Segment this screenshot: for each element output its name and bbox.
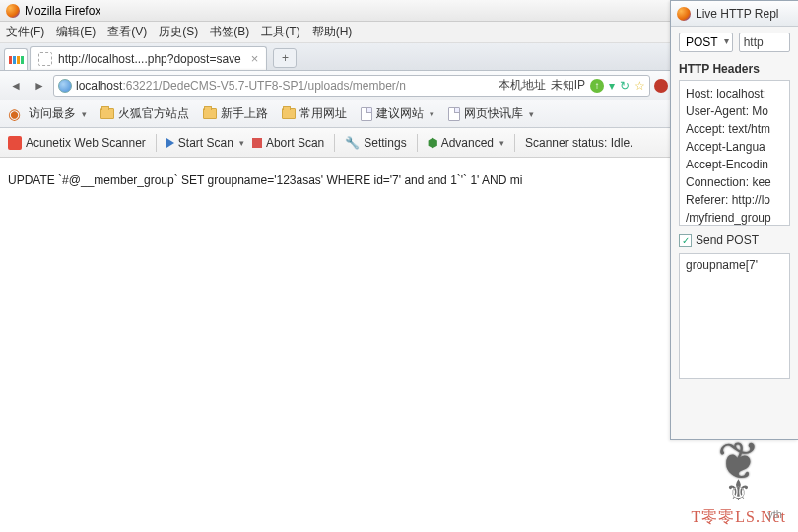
post-body-text: groupname[7' xyxy=(686,258,758,272)
active-tab[interactable]: http://localhost....php?dopost=save × xyxy=(30,46,267,70)
browser-window: Mozilla Firefox 文件(F) 编辑(E) 查看(V) 历史(S) … xyxy=(0,0,692,532)
firefox-icon xyxy=(677,7,691,21)
header-line: User-Agent: Mo xyxy=(686,102,783,120)
tab-groups-button[interactable] xyxy=(4,48,28,70)
back-button[interactable]: ◄ xyxy=(6,76,26,96)
send-post-label: Send POST xyxy=(696,233,759,247)
tabbar: http://localhost....php?dopost=save × + xyxy=(0,43,692,71)
navbar: ◄ ► localhost:63221/DedeCMS-V5.7-UTF8-SP… xyxy=(0,71,692,100)
header-line: Host: localhost: xyxy=(686,85,783,102)
headers-box[interactable]: Host: localhost: User-Agent: Mo Accept: … xyxy=(679,80,790,226)
live-http-replay-window: Live HTTP Repl POST http HTTP Headers Ho… xyxy=(670,0,798,440)
menu-file[interactable]: 文件(F) xyxy=(6,24,44,40)
request-line: POST http xyxy=(671,27,798,58)
side-title-text: Live HTTP Repl xyxy=(696,7,778,21)
separator xyxy=(514,134,515,152)
tab-label: http://localhost....php?dopost=save xyxy=(58,52,241,66)
header-line: Accept: text/htm xyxy=(686,120,783,138)
bookmark-common-urls[interactable]: 常用网址 xyxy=(282,105,347,122)
bookmark-web-slices[interactable]: 网页快讯库▾ xyxy=(448,105,534,122)
bookmark-firefox-official[interactable]: 火狐官方站点 xyxy=(100,105,189,122)
separator xyxy=(156,134,157,152)
separator xyxy=(417,134,418,152)
header-line: Accept-Langua xyxy=(686,138,783,156)
side-titlebar: Live HTTP Repl xyxy=(671,1,798,27)
scanner-status: Scanner status: Idle. xyxy=(525,136,632,150)
advanced-button[interactable]: ⬢Advanced▾ xyxy=(428,136,504,150)
forward-button[interactable]: ► xyxy=(30,76,49,96)
abort-scan-button[interactable]: Abort Scan xyxy=(252,136,324,150)
url-badges: 本机地址 未知IP ↑ ▾ ↻ ☆ xyxy=(499,77,645,94)
send-post-row: ✓ Send POST xyxy=(671,228,798,253)
bookmark-suggested-sites[interactable]: 建议网站▾ xyxy=(361,105,434,122)
settings-button[interactable]: 🔧Settings xyxy=(345,136,406,150)
firefox-icon xyxy=(6,4,20,18)
page-loading-icon xyxy=(38,52,52,66)
menu-tools[interactable]: 工具(T) xyxy=(261,24,299,40)
page-icon xyxy=(361,107,372,121)
folder-icon xyxy=(203,108,217,119)
sql-output-text: UPDATE `#@__member_group` SET groupname=… xyxy=(8,173,522,187)
folder-icon xyxy=(100,108,114,119)
wrench-icon: 🔧 xyxy=(345,136,360,150)
folder-icon xyxy=(282,108,296,119)
menu-bookmarks[interactable]: 书签(B) xyxy=(210,24,249,40)
acunetix-icon xyxy=(8,136,22,150)
watermark-art-icon: ❦ xyxy=(691,443,786,479)
post-body-textarea[interactable]: groupname[7' xyxy=(679,253,790,379)
url-text: localhost:63221/DedeCMS-V5.7-UTF8-SP1/up… xyxy=(76,79,406,93)
watermark-small-text: yth xyxy=(767,508,782,520)
http-method-select[interactable]: POST xyxy=(679,33,733,52)
menu-edit[interactable]: 编辑(E) xyxy=(56,24,96,40)
bookmark-getting-started[interactable]: 新手上路 xyxy=(203,105,268,122)
send-post-checkbox[interactable]: ✓ xyxy=(679,234,692,247)
bookmark-star-icon[interactable]: ☆ xyxy=(634,79,645,93)
play-icon xyxy=(166,138,174,148)
page-content: UPDATE `#@__member_group` SET groupname=… xyxy=(0,158,692,201)
separator xyxy=(334,134,335,152)
unknown-ip-label: 未知IP xyxy=(551,77,585,94)
site-identity-icon[interactable] xyxy=(58,79,72,93)
app-title: Mozilla Firefox xyxy=(25,4,100,18)
page-icon xyxy=(448,107,460,121)
bookmarks-toolbar: ◉ 访问最多▾ 火狐官方站点 新手上路 常用网址 建议网站▾ 网页快讯库▾ xyxy=(0,100,692,128)
new-tab-button[interactable]: + xyxy=(273,48,297,68)
header-line: /myfriend_group xyxy=(686,209,783,226)
security-ok-icon[interactable]: ↑ xyxy=(590,79,604,93)
header-line: Accept-Encodin xyxy=(686,156,783,173)
shield-icon: ⬢ xyxy=(428,136,437,150)
stop-icon xyxy=(252,138,262,148)
bookmark-most-visited[interactable]: 访问最多▾ xyxy=(29,105,87,122)
url-bar[interactable]: localhost:63221/DedeCMS-V5.7-UTF8-SP1/up… xyxy=(53,75,650,97)
watermark: ❦ yth ⚜ T零零LS.Net xyxy=(691,443,786,528)
menubar: 文件(F) 编辑(E) 查看(V) 历史(S) 书签(B) 工具(T) 帮助(H… xyxy=(0,22,692,43)
http-headers-title: HTTP Headers xyxy=(671,58,798,78)
most-visited-icon: ◉ xyxy=(8,105,21,123)
acunetix-toolbar: Acunetix Web Scanner Start Scan▾ Abort S… xyxy=(0,128,692,158)
acunetix-label[interactable]: Acunetix Web Scanner xyxy=(8,136,146,150)
adblock-icon[interactable] xyxy=(654,79,668,93)
watermark-text: T零零LS.Net xyxy=(691,507,786,528)
request-url-input[interactable]: http xyxy=(739,33,790,52)
tab-close-icon[interactable]: × xyxy=(251,51,259,66)
menu-view[interactable]: 查看(V) xyxy=(107,24,147,40)
tab-group-icon xyxy=(9,56,24,64)
watermark-art-icon: ⚜ xyxy=(691,473,786,507)
dropdown-icon[interactable]: ▾ xyxy=(609,79,615,93)
header-line: Referer: http://lo xyxy=(686,191,783,209)
titlebar: Mozilla Firefox xyxy=(0,0,692,22)
header-line: Connection: kee xyxy=(686,173,783,191)
menu-history[interactable]: 历史(S) xyxy=(159,24,198,40)
menu-help[interactable]: 帮助(H) xyxy=(312,24,353,40)
reload-icon[interactable]: ↻ xyxy=(620,79,630,93)
local-address-label: 本机地址 xyxy=(499,77,546,94)
start-scan-button[interactable]: Start Scan▾ xyxy=(166,136,244,150)
